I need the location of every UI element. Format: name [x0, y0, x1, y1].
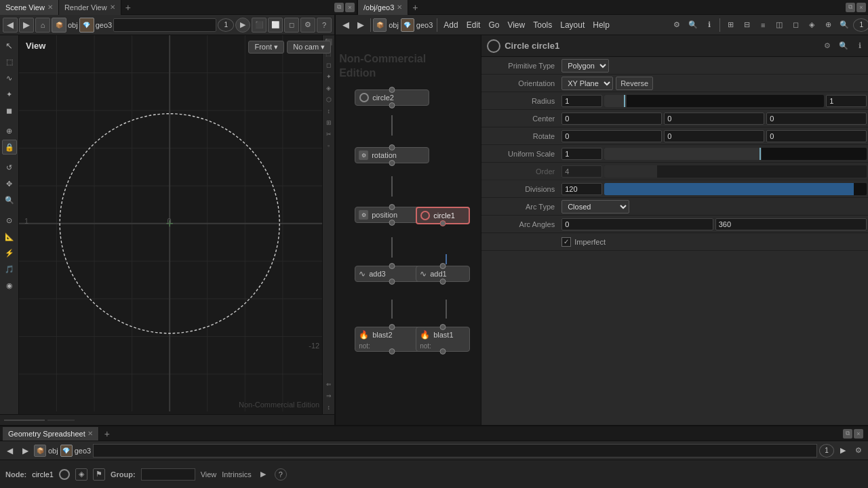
arc-angle-2[interactable]	[715, 218, 867, 230]
node-position-connector-bottom[interactable]	[389, 220, 395, 226]
tool-box-select[interactable]: ⬚	[2, 54, 17, 69]
radius-input-2[interactable]	[826, 95, 867, 107]
right-icon-list[interactable]: ≡	[755, 18, 770, 33]
prop-info-icon[interactable]: ℹ	[853, 39, 867, 53]
imperfect-checkbox[interactable]: ✓	[561, 237, 571, 247]
viewport-side-btn-6[interactable]: ⬡	[323, 94, 334, 105]
node-circle1-connector-bottom[interactable]	[440, 220, 446, 226]
bottom-win-btn-2[interactable]: ×	[854, 429, 863, 439]
tab-scene-view[interactable]: Scene View ✕	[0, 0, 59, 15]
menu-help[interactable]: Help	[589, 17, 614, 33]
tool-extra2[interactable]: 🎵	[2, 262, 17, 277]
right-icon-search[interactable]: 🔍	[686, 18, 701, 33]
bottom-play-btn[interactable]: ▶	[836, 444, 850, 458]
node-add3-connector-top[interactable]	[389, 263, 395, 269]
right-icon-extra4[interactable]: ⊕	[821, 18, 835, 33]
tool-icon-1[interactable]: ⬛	[252, 18, 267, 33]
viewport-front-badge[interactable]: Front ▾	[248, 41, 284, 54]
bottom-nav-back[interactable]: ◀	[3, 444, 16, 458]
play-btn[interactable]: ▶	[235, 18, 250, 33]
tool-extra3[interactable]: ◉	[2, 278, 17, 293]
bottom-settings-icon[interactable]: ⚙	[852, 444, 865, 458]
viewport-side-btn-10[interactable]: ◦	[323, 140, 334, 151]
arc-type-select[interactable]: Closed Open Chord	[561, 200, 629, 214]
node-circle2-connector-bottom[interactable]	[389, 102, 395, 108]
node-add1-connector-top[interactable]	[440, 263, 446, 269]
arc-angle-1[interactable]	[561, 218, 713, 230]
win-btn-1[interactable]: ⧉	[334, 3, 344, 12]
tool-pan[interactable]: ✥	[2, 176, 17, 191]
node-circle2[interactable]: circle2	[355, 89, 429, 106]
right-icon-extra1[interactable]: ◫	[772, 18, 787, 33]
bottom-play-sequence[interactable]: ▶	[257, 468, 269, 481]
viewport-cam-badge[interactable]: No cam ▾	[287, 41, 331, 54]
geometry-spreadsheet-close[interactable]: ✕	[87, 430, 93, 437]
menu-layout[interactable]: Layout	[556, 17, 589, 33]
node-display-icon[interactable]: ◈	[75, 468, 87, 481]
node-position-connector-top[interactable]	[389, 204, 395, 210]
radius-input-1[interactable]	[561, 95, 602, 107]
node-blast2-connector-bottom[interactable]	[389, 348, 395, 354]
viewport-side-btn-13[interactable]: ↕	[323, 402, 334, 413]
bottom-help-icon[interactable]: ?	[275, 468, 287, 481]
node-circle1[interactable]: circle1	[416, 207, 470, 224]
add-tab-right[interactable]: +	[408, 2, 422, 13]
settings-icon[interactable]: ⚙	[300, 18, 315, 33]
viewport-side-btn-11[interactable]: ⇐	[323, 379, 334, 390]
menu-edit[interactable]: Edit	[462, 17, 485, 33]
divisions-input[interactable]	[561, 183, 602, 195]
node-blast1-connector-bottom[interactable]	[440, 348, 446, 354]
bottom-win-btn-1[interactable]: ⧉	[843, 429, 852, 439]
win-btn-4[interactable]: ×	[856, 3, 866, 12]
right-nav-back[interactable]: ◀	[338, 18, 353, 33]
menu-add[interactable]: Add	[439, 17, 462, 33]
tool-lasso[interactable]: ∿	[2, 70, 17, 85]
center-y[interactable]	[664, 113, 764, 125]
divisions-slider[interactable]	[604, 183, 867, 195]
menu-tools[interactable]: Tools	[529, 17, 556, 33]
node-add1-connector-bottom[interactable]	[440, 279, 446, 285]
tool-snap[interactable]: ⊙	[2, 213, 17, 228]
menu-view[interactable]: View	[503, 17, 529, 33]
rotate-x[interactable]	[561, 130, 662, 142]
right-icon-grid[interactable]: ⊞	[723, 18, 738, 33]
viewport-side-btn-4[interactable]: ✦	[323, 71, 334, 82]
node-blast2-connector-top[interactable]	[389, 324, 395, 330]
reverse-btn[interactable]: Reverse	[616, 77, 653, 90]
uniform-scale-slider[interactable]	[604, 148, 867, 160]
win-btn-3[interactable]: ⧉	[846, 3, 855, 12]
right-icon-settings[interactable]: ⚙	[669, 18, 684, 33]
node-blast1[interactable]: 🔥 blast1 not:	[416, 327, 470, 352]
node-add1[interactable]: ∿ add1	[416, 266, 470, 282]
viewport-side-btn-12[interactable]: ⇒	[323, 390, 334, 401]
help-icon-left[interactable]: ?	[317, 18, 332, 33]
right-nav-forward[interactable]: ▶	[353, 18, 368, 33]
path-input-left[interactable]	[113, 18, 216, 32]
node-rotation[interactable]: ⚙ rotation	[355, 147, 429, 163]
node-rotation-connector-top[interactable]	[389, 144, 395, 150]
tab-geo3-close[interactable]: ✕	[397, 3, 402, 11]
add-tab-left[interactable]: +	[121, 2, 135, 13]
nav-forward-btn[interactable]: ▶	[19, 18, 34, 33]
home-btn[interactable]: ⌂	[35, 18, 50, 33]
tool-paint[interactable]: ◼	[2, 103, 17, 118]
right-icon-extra5[interactable]: 🔍	[837, 18, 852, 33]
orientation-select[interactable]: XY Plane XZ Plane YZ Plane	[561, 77, 613, 90]
tool-icon-2[interactable]: ⬜	[268, 18, 283, 33]
order-input[interactable]	[561, 165, 602, 178]
tool-icon-3[interactable]: ◻	[284, 18, 299, 33]
order-slider[interactable]	[604, 165, 867, 178]
bottom-path-input[interactable]	[93, 444, 817, 458]
menu-go[interactable]: Go	[484, 17, 503, 33]
tab-geo3[interactable]: /obj/geo3 ✕	[358, 0, 408, 15]
rotate-z[interactable]	[766, 130, 867, 142]
right-icon-extra3[interactable]: ◈	[804, 18, 819, 33]
tool-measure[interactable]: 📐	[2, 229, 17, 244]
tool-transform[interactable]: ⊕	[2, 123, 17, 138]
tab-render-view-close[interactable]: ✕	[110, 3, 115, 11]
right-icon-extra2[interactable]: ◻	[788, 18, 803, 33]
node-add3-connector-bottom[interactable]	[389, 279, 395, 285]
tool-orbit[interactable]: ↺	[2, 160, 17, 175]
node-circle2-connector-top[interactable]	[389, 87, 395, 93]
bottom-nav-forward[interactable]: ▶	[18, 444, 32, 458]
